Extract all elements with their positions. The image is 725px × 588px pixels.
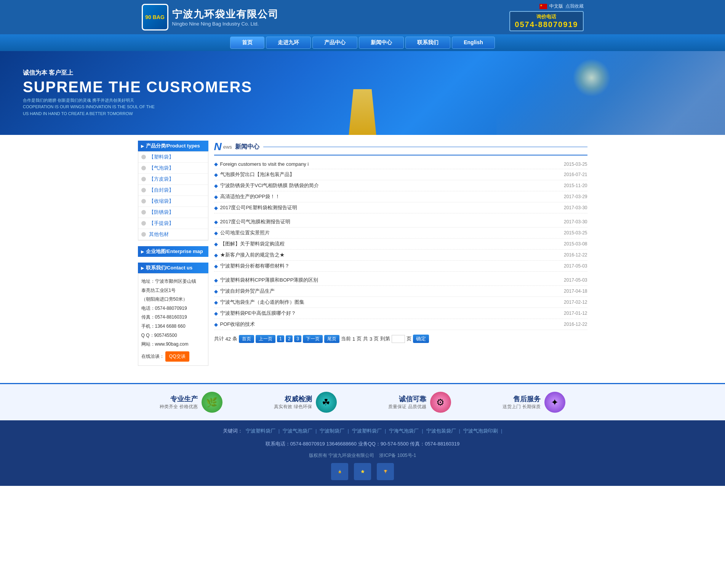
news-link[interactable]: Foreign customers to visit the company i xyxy=(220,161,309,167)
news-item: ◆ Foreign customers to visit the company… xyxy=(214,159,587,169)
sidebar-item-shrink[interactable]: 【收缩袋】 xyxy=(138,196,208,207)
news-list: ◆ Foreign customers to visit the company… xyxy=(214,159,587,330)
page-go-button[interactable]: 确定 xyxy=(413,335,429,343)
sep: | xyxy=(459,426,460,436)
next-page-button[interactable]: 下一页 xyxy=(303,335,323,343)
news-link[interactable]: 宁波气泡袋生产（走心道的制作）图集 xyxy=(220,299,304,306)
shrink-link[interactable]: 【收缩袋】 xyxy=(149,198,174,205)
news-section: N ews 新闻中心 ◆ Foreign customers to visit … xyxy=(214,141,587,343)
first-page-button[interactable]: 首页 xyxy=(239,335,254,343)
dot-icon xyxy=(141,188,146,192)
square-link[interactable]: 【方皮袋】 xyxy=(149,176,174,183)
keywords-label: 关键词： xyxy=(223,426,243,436)
plastic-link[interactable]: 【塑料袋】 xyxy=(149,154,174,160)
feature-inspection-subtitle: 真实有效 绿色环保 xyxy=(274,404,312,410)
last-page-button[interactable]: 尾页 xyxy=(324,335,339,343)
company-name-en: Ningbo Nine Ning Bag Industry Co. Ltd. xyxy=(172,21,279,27)
flag-cn-icon xyxy=(539,4,547,9)
news-item: ◆ ★新客户接入前的规定告之★ 2016-12-22 xyxy=(214,250,587,261)
nav-item-about[interactable]: 走进九环 xyxy=(266,37,311,49)
nav-item-products[interactable]: 产品中心 xyxy=(312,37,357,49)
navigation: 首页 走进九环 产品中心 新闻中心 联系我们 English xyxy=(0,34,725,51)
logo-top-text: 90 BAG xyxy=(145,14,165,20)
contact-tel: 电话：0574-88070919 xyxy=(141,304,205,313)
page-goto-label: 页 到第 xyxy=(374,335,390,342)
keyword-7[interactable]: 宁波气泡袋印刷 xyxy=(463,426,498,436)
banner-supreme: SUPREME THE CUSROMERS xyxy=(23,79,252,96)
contact-qq: Q Q：905745500 xyxy=(141,332,205,340)
bullet-icon: ◆ xyxy=(214,300,218,305)
feature-production-icon: 🌿 xyxy=(202,392,222,413)
news-content: N ews 新闻中心 ◆ Foreign customers to visit … xyxy=(214,141,587,372)
bullet-icon: ◆ xyxy=(214,288,218,294)
keyword-5[interactable]: 宁海气泡袋厂 xyxy=(389,426,419,436)
sidebar-item-handbag[interactable]: 【手提袋】 xyxy=(138,218,208,229)
sidebar-item-bubble[interactable]: 【气泡袋】 xyxy=(138,163,208,174)
nav-item-home[interactable]: 首页 xyxy=(230,37,264,49)
news-link[interactable]: 宁波塑料袋PE中高低压膜哪个好？ xyxy=(220,310,296,317)
news-link[interactable]: 【图解】关于塑料袋定购流程 xyxy=(220,240,285,247)
sidebar-item-rust[interactable]: 【防锈袋】 xyxy=(138,207,208,218)
page-3-button[interactable]: 3 xyxy=(294,335,301,342)
page-goto-input[interactable] xyxy=(392,335,405,343)
feature-inspection-title: 权威检测 xyxy=(274,394,312,404)
dot-icon xyxy=(141,155,146,159)
news-item: ◆ 公司地里位置实景照片 2015-03-25 xyxy=(214,228,587,239)
online-qq-button[interactable]: QQ交谈 xyxy=(165,351,189,362)
sidebar-item-plastic[interactable]: 【塑料袋】 xyxy=(138,152,208,163)
news-link[interactable]: ★新客户接入前的规定告之★ xyxy=(220,252,285,258)
news-link[interactable]: POF收缩的技术 xyxy=(220,321,255,328)
total-unit: 条 xyxy=(232,335,237,342)
sidebar-item-other[interactable]: 其他包材 xyxy=(138,229,208,240)
page-1-button[interactable]: 1 xyxy=(277,335,284,342)
news-link[interactable]: 气泡膜外贸出口【泡沫包装产品】 xyxy=(220,171,294,178)
footer: 关键词： 宁波塑料袋厂 | 宁波气泡袋厂 | 宁波制袋厂 | 宁波塑料袋厂 | … xyxy=(0,420,725,486)
footer-keywords: 关键词： 宁波塑料袋厂 | 宁波气泡袋厂 | 宁波制袋厂 | 宁波塑料袋厂 | … xyxy=(134,426,591,436)
news-link[interactable]: 2017度公司PE塑料袋检测报告证明 xyxy=(220,204,297,211)
bullet-icon: ◆ xyxy=(214,205,218,211)
news-link[interactable]: 宁波自封袋外贸产品生产 xyxy=(220,288,275,295)
contact-fax: 传真：0574-88160319 xyxy=(141,313,205,322)
other-link[interactable]: 其他包材 xyxy=(149,231,169,238)
keyword-6[interactable]: 宁波包装袋厂 xyxy=(426,426,456,436)
bullet-icon: ◆ xyxy=(214,263,218,269)
nav-item-english[interactable]: English xyxy=(452,37,495,49)
news-link[interactable]: 2017度公司气泡膜检测报告证明 xyxy=(220,218,291,225)
keyword-3[interactable]: 宁波制袋厂 xyxy=(320,426,344,436)
bubble-link[interactable]: 【气泡袋】 xyxy=(149,165,174,171)
keyword-2[interactable]: 宁波气泡袋厂 xyxy=(283,426,312,436)
news-link[interactable]: 公司地里位置实景照片 xyxy=(220,229,270,236)
prev-page-button[interactable]: 上一页 xyxy=(256,335,275,343)
bullet-icon: ◆ xyxy=(214,194,218,200)
sidebar-item-seal[interactable]: 【自封袋】 xyxy=(138,185,208,196)
news-link[interactable]: 宁波塑料袋分析都有哪些材料？ xyxy=(220,263,290,269)
news-date: 2017-03-30 xyxy=(564,205,587,210)
seal-link[interactable]: 【自封袋】 xyxy=(149,187,174,194)
dot-icon xyxy=(141,221,146,226)
sidebar-item-square[interactable]: 【方皮袋】 xyxy=(138,174,208,185)
keyword-1[interactable]: 宁波塑料袋厂 xyxy=(246,426,275,436)
keyword-4[interactable]: 宁波塑料袋厂 xyxy=(352,426,382,436)
handbag-link[interactable]: 【手提袋】 xyxy=(149,220,174,227)
news-item: ◆ 宁波塑料袋材料CPP薄膜和BOPP薄膜的区别 2017-05-03 xyxy=(214,275,587,286)
rust-link[interactable]: 【防锈袋】 xyxy=(149,209,174,216)
total-label: 共计 xyxy=(214,335,224,342)
footer-contact: 联系电话：0574-88070919 13646688660 业务QQ：90-5… xyxy=(134,439,591,449)
current-page-num: 1 xyxy=(352,336,355,342)
news-date: 2016-12-22 xyxy=(564,252,587,258)
nav-item-news[interactable]: 新闻中心 xyxy=(359,37,404,49)
feature-service-subtitle: 送货上门 长期保质 xyxy=(503,404,540,410)
bookmark-link[interactable]: 点我收藏 xyxy=(565,3,584,10)
feature-service-title: 售后服务 xyxy=(503,394,540,404)
dot-icon xyxy=(141,210,146,215)
news-link[interactable]: 高清适拍生产的OPP袋！！ xyxy=(220,193,280,200)
current-page-label: 当前 xyxy=(341,335,351,342)
nav-item-contact[interactable]: 联系我们 xyxy=(405,37,450,49)
logo-text-area: 宁波九环袋业有限公司 Ningbo Nine Ning Bag Industry… xyxy=(172,8,279,27)
news-link[interactable]: 宁波塑料袋材料CPP薄膜和BOPP薄膜的区别 xyxy=(220,277,318,284)
news-item: ◆ 宁波气泡袋生产（走心道的制作）图集 2017-02-12 xyxy=(214,297,587,308)
news-date: 2016-07-21 xyxy=(564,172,587,177)
news-item: ◆ 【图解】关于塑料袋定购流程 2015-03-08 xyxy=(214,239,587,250)
news-link[interactable]: 宁波防锈袋关于VCI气相防锈膜 防锈袋的简介 xyxy=(220,182,319,189)
page-2-button[interactable]: 2 xyxy=(286,335,293,342)
